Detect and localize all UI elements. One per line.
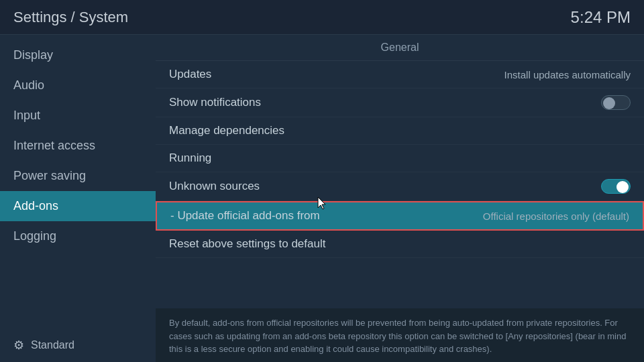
section-label: General	[156, 35, 644, 61]
setting-row-show-notifications[interactable]: Show notifications	[156, 88, 644, 117]
sidebar: Display Audio Input Internet access Powe…	[0, 35, 156, 362]
sidebar-bottom[interactable]: ⚙ Standard	[0, 328, 156, 362]
show-notifications-toggle[interactable]	[601, 95, 631, 110]
sidebar-item-add-ons[interactable]: Add-ons	[0, 191, 156, 221]
manage-dependencies-label: Manage dependencies	[169, 124, 284, 137]
standard-label: Standard	[31, 339, 74, 351]
app-header: Settings / System 5:24 PM	[0, 0, 644, 35]
clock: 5:24 PM	[571, 8, 631, 27]
sidebar-item-input[interactable]: Input	[0, 101, 156, 131]
sidebar-item-display[interactable]: Display	[0, 40, 156, 70]
toggle-knob-on	[616, 181, 629, 193]
sidebar-item-audio[interactable]: Audio	[0, 70, 156, 101]
update-official-addons-value: Official repositories only (default)	[483, 210, 629, 222]
gear-icon: ⚙	[13, 338, 24, 353]
update-official-addons-label: - Update official add-ons from	[170, 209, 320, 223]
unknown-sources-toggle[interactable]	[601, 179, 631, 194]
setting-row-manage-dependencies[interactable]: Manage dependencies	[156, 117, 644, 145]
page-title: Settings / System	[13, 9, 128, 26]
setting-row-updates[interactable]: Updates Install updates automatically	[156, 61, 644, 88]
unknown-sources-label: Unknown sources	[169, 180, 260, 193]
setting-row-update-official-addons[interactable]: - Update official add-ons from Official …	[156, 201, 644, 231]
reset-above-label: Reset above settings to default	[169, 237, 325, 251]
updates-value: Install updates automatically	[504, 69, 631, 80]
setting-row-reset-above[interactable]: Reset above settings to default	[156, 231, 644, 258]
footer-description: By default, add-ons from official reposi…	[156, 308, 644, 362]
sidebar-item-power-saving[interactable]: Power saving	[0, 161, 156, 191]
sidebar-item-internet-access[interactable]: Internet access	[0, 131, 156, 161]
setting-row-unknown-sources[interactable]: Unknown sources	[156, 172, 644, 201]
sidebar-item-logging[interactable]: Logging	[0, 221, 156, 251]
setting-row-running[interactable]: Running	[156, 145, 644, 172]
running-label: Running	[169, 152, 211, 165]
show-notifications-label: Show notifications	[169, 96, 261, 109]
updates-label: Updates	[169, 68, 211, 81]
toggle-knob	[603, 97, 615, 109]
